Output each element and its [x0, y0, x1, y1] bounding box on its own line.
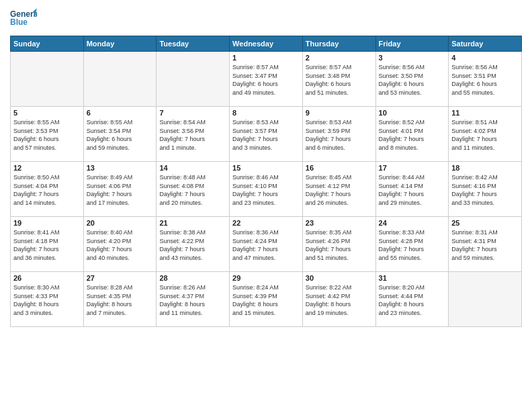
- calendar-cell: 4Sunrise: 8:56 AM Sunset: 3:51 PM Daylig…: [449, 52, 522, 107]
- weekday-header-row: SundayMondayTuesdayWednesdayThursdayFrid…: [11, 36, 522, 52]
- day-info: Sunrise: 8:38 AM Sunset: 4:22 PM Dayligh…: [159, 228, 226, 262]
- weekday-header-monday: Monday: [83, 36, 157, 52]
- svg-text:Blue: Blue: [10, 17, 28, 27]
- weekday-header-thursday: Thursday: [302, 36, 375, 52]
- calendar-cell: 24Sunrise: 8:33 AM Sunset: 4:28 PM Dayli…: [375, 217, 449, 272]
- day-info: Sunrise: 8:28 AM Sunset: 4:35 PM Dayligh…: [87, 283, 154, 317]
- day-number: 17: [379, 164, 446, 172]
- day-number: 6: [87, 109, 154, 117]
- day-number: 30: [306, 274, 373, 282]
- weekday-header-wednesday: Wednesday: [230, 36, 303, 52]
- calendar-cell: [83, 52, 157, 107]
- week-row-4: 19Sunrise: 8:41 AM Sunset: 4:18 PM Dayli…: [11, 217, 522, 272]
- day-info: Sunrise: 8:42 AM Sunset: 4:16 PM Dayligh…: [451, 173, 519, 207]
- weekday-header-sunday: Sunday: [11, 36, 84, 52]
- calendar-cell: 17Sunrise: 8:44 AM Sunset: 4:14 PM Dayli…: [375, 162, 449, 217]
- day-info: Sunrise: 8:30 AM Sunset: 4:33 PM Dayligh…: [13, 283, 81, 317]
- day-info: Sunrise: 8:55 AM Sunset: 3:53 PM Dayligh…: [13, 118, 81, 152]
- day-info: Sunrise: 8:50 AM Sunset: 4:04 PM Dayligh…: [13, 173, 81, 207]
- day-info: Sunrise: 8:40 AM Sunset: 4:20 PM Dayligh…: [87, 228, 154, 262]
- calendar-cell: 22Sunrise: 8:36 AM Sunset: 4:24 PM Dayli…: [230, 217, 303, 272]
- day-info: Sunrise: 8:52 AM Sunset: 4:01 PM Dayligh…: [379, 118, 446, 152]
- calendar-cell: 31Sunrise: 8:20 AM Sunset: 4:44 PM Dayli…: [375, 272, 449, 327]
- calendar-cell: 9Sunrise: 8:53 AM Sunset: 3:59 PM Daylig…: [302, 107, 375, 162]
- day-number: 23: [306, 219, 373, 227]
- weekday-header-friday: Friday: [375, 36, 449, 52]
- week-row-3: 12Sunrise: 8:50 AM Sunset: 4:04 PM Dayli…: [11, 162, 522, 217]
- calendar-cell: 20Sunrise: 8:40 AM Sunset: 4:20 PM Dayli…: [83, 217, 157, 272]
- day-number: 18: [451, 164, 519, 172]
- day-number: 26: [13, 274, 81, 282]
- week-row-2: 5Sunrise: 8:55 AM Sunset: 3:53 PM Daylig…: [11, 107, 522, 162]
- calendar-cell: 8Sunrise: 8:53 AM Sunset: 3:57 PM Daylig…: [230, 107, 303, 162]
- calendar-cell: 30Sunrise: 8:22 AM Sunset: 4:42 PM Dayli…: [302, 272, 375, 327]
- day-number: 1: [232, 54, 300, 62]
- day-info: Sunrise: 8:36 AM Sunset: 4:24 PM Dayligh…: [232, 228, 300, 262]
- day-number: 3: [379, 54, 446, 62]
- day-info: Sunrise: 8:20 AM Sunset: 4:44 PM Dayligh…: [379, 283, 446, 317]
- day-number: 7: [159, 109, 226, 117]
- calendar-cell: 21Sunrise: 8:38 AM Sunset: 4:22 PM Dayli…: [157, 217, 230, 272]
- day-info: Sunrise: 8:46 AM Sunset: 4:10 PM Dayligh…: [232, 173, 300, 207]
- day-number: 14: [159, 164, 226, 172]
- day-info: Sunrise: 8:56 AM Sunset: 3:50 PM Dayligh…: [379, 63, 446, 97]
- calendar-cell: 23Sunrise: 8:35 AM Sunset: 4:26 PM Dayli…: [302, 217, 375, 272]
- day-info: Sunrise: 8:41 AM Sunset: 4:18 PM Dayligh…: [13, 228, 81, 262]
- day-info: Sunrise: 8:35 AM Sunset: 4:26 PM Dayligh…: [306, 228, 373, 262]
- day-info: Sunrise: 8:31 AM Sunset: 4:31 PM Dayligh…: [451, 228, 519, 262]
- day-number: 15: [232, 164, 300, 172]
- week-row-1: 1Sunrise: 8:57 AM Sunset: 3:47 PM Daylig…: [11, 52, 522, 107]
- day-info: Sunrise: 8:26 AM Sunset: 4:37 PM Dayligh…: [159, 283, 226, 317]
- calendar-cell: 28Sunrise: 8:26 AM Sunset: 4:37 PM Dayli…: [157, 272, 230, 327]
- day-number: 5: [13, 109, 81, 117]
- day-number: 21: [159, 219, 226, 227]
- day-info: Sunrise: 8:53 AM Sunset: 3:57 PM Dayligh…: [232, 118, 300, 152]
- calendar-cell: 7Sunrise: 8:54 AM Sunset: 3:56 PM Daylig…: [157, 107, 230, 162]
- day-number: 19: [13, 219, 81, 227]
- day-info: Sunrise: 8:56 AM Sunset: 3:51 PM Dayligh…: [451, 63, 519, 97]
- calendar-cell: 14Sunrise: 8:48 AM Sunset: 4:08 PM Dayli…: [157, 162, 230, 217]
- day-number: 8: [232, 109, 300, 117]
- day-info: Sunrise: 8:24 AM Sunset: 4:39 PM Dayligh…: [232, 283, 300, 317]
- day-number: 31: [379, 274, 446, 282]
- calendar-cell: 11Sunrise: 8:51 AM Sunset: 4:02 PM Dayli…: [449, 107, 522, 162]
- weekday-header-tuesday: Tuesday: [157, 36, 230, 52]
- day-info: Sunrise: 8:44 AM Sunset: 4:14 PM Dayligh…: [379, 173, 446, 207]
- calendar-cell: 3Sunrise: 8:56 AM Sunset: 3:50 PM Daylig…: [375, 52, 449, 107]
- day-info: Sunrise: 8:57 AM Sunset: 3:48 PM Dayligh…: [306, 63, 373, 97]
- day-number: 27: [87, 274, 154, 282]
- calendar-cell: 26Sunrise: 8:30 AM Sunset: 4:33 PM Dayli…: [11, 272, 84, 327]
- day-info: Sunrise: 8:48 AM Sunset: 4:08 PM Dayligh…: [159, 173, 226, 207]
- calendar-cell: 13Sunrise: 8:49 AM Sunset: 4:06 PM Dayli…: [83, 162, 157, 217]
- logo: GeneralBlue: [10, 7, 40, 30]
- day-number: 12: [13, 164, 81, 172]
- day-number: 2: [306, 54, 373, 62]
- calendar-cell: 1Sunrise: 8:57 AM Sunset: 3:47 PM Daylig…: [230, 52, 303, 107]
- weekday-header-saturday: Saturday: [449, 36, 522, 52]
- calendar-cell: 15Sunrise: 8:46 AM Sunset: 4:10 PM Dayli…: [230, 162, 303, 217]
- calendar-cell: 29Sunrise: 8:24 AM Sunset: 4:39 PM Dayli…: [230, 272, 303, 327]
- day-number: 9: [306, 109, 373, 117]
- day-number: 28: [159, 274, 226, 282]
- calendar-cell: 5Sunrise: 8:55 AM Sunset: 3:53 PM Daylig…: [11, 107, 84, 162]
- calendar-cell: 18Sunrise: 8:42 AM Sunset: 4:16 PM Dayli…: [449, 162, 522, 217]
- day-number: 24: [379, 219, 446, 227]
- page: GeneralBlue SundayMondayTuesdayWednesday…: [0, 0, 532, 411]
- day-number: 10: [379, 109, 446, 117]
- calendar-cell: 6Sunrise: 8:55 AM Sunset: 3:54 PM Daylig…: [83, 107, 157, 162]
- day-number: 11: [451, 109, 519, 117]
- day-number: 20: [87, 219, 154, 227]
- header: GeneralBlue: [10, 7, 522, 30]
- calendar-cell: 2Sunrise: 8:57 AM Sunset: 3:48 PM Daylig…: [302, 52, 375, 107]
- day-number: 29: [232, 274, 300, 282]
- calendar-cell: 16Sunrise: 8:45 AM Sunset: 4:12 PM Dayli…: [302, 162, 375, 217]
- day-number: 16: [306, 164, 373, 172]
- day-info: Sunrise: 8:57 AM Sunset: 3:47 PM Dayligh…: [232, 63, 300, 97]
- calendar-cell: 10Sunrise: 8:52 AM Sunset: 4:01 PM Dayli…: [375, 107, 449, 162]
- calendar-cell: 25Sunrise: 8:31 AM Sunset: 4:31 PM Dayli…: [449, 217, 522, 272]
- day-info: Sunrise: 8:54 AM Sunset: 3:56 PM Dayligh…: [159, 118, 226, 152]
- day-info: Sunrise: 8:55 AM Sunset: 3:54 PM Dayligh…: [87, 118, 154, 152]
- day-info: Sunrise: 8:49 AM Sunset: 4:06 PM Dayligh…: [87, 173, 154, 207]
- calendar-cell: 19Sunrise: 8:41 AM Sunset: 4:18 PM Dayli…: [11, 217, 84, 272]
- day-info: Sunrise: 8:22 AM Sunset: 4:42 PM Dayligh…: [306, 283, 373, 317]
